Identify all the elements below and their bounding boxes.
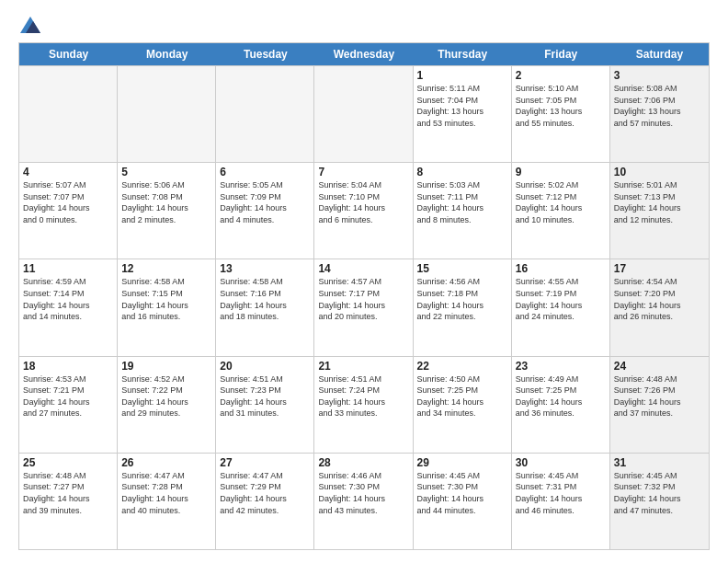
calendar-cell: 27Sunrise: 4:47 AMSunset: 7:29 PMDayligh… (216, 454, 314, 549)
cell-info: Sunrise: 4:52 AMSunset: 7:22 PMDaylight:… (121, 373, 211, 419)
cell-info: Sunrise: 4:47 AMSunset: 7:29 PMDaylight:… (220, 470, 310, 516)
calendar-cell: 31Sunrise: 4:45 AMSunset: 7:32 PMDayligh… (610, 454, 709, 549)
calendar-cell: 20Sunrise: 4:51 AMSunset: 7:23 PMDayligh… (216, 357, 314, 453)
header-day-monday: Monday (118, 43, 216, 65)
logo (18, 17, 40, 33)
cell-info: Sunrise: 4:45 AMSunset: 7:31 PMDaylight:… (516, 470, 606, 516)
calendar-cell: 29Sunrise: 4:45 AMSunset: 7:30 PMDayligh… (414, 454, 512, 549)
calendar-cell: 19Sunrise: 4:52 AMSunset: 7:22 PMDayligh… (118, 357, 216, 453)
calendar-cell: 25Sunrise: 4:48 AMSunset: 7:27 PMDayligh… (19, 454, 118, 549)
calendar-cell: 12Sunrise: 4:58 AMSunset: 7:15 PMDayligh… (118, 259, 216, 355)
cell-info: Sunrise: 4:58 AMSunset: 7:15 PMDaylight:… (121, 276, 211, 322)
cell-info: Sunrise: 4:48 AMSunset: 7:26 PMDaylight:… (614, 373, 705, 419)
calendar-cell (314, 66, 413, 162)
cell-info: Sunrise: 5:10 AMSunset: 7:05 PMDaylight:… (516, 83, 606, 129)
calendar-cell: 11Sunrise: 4:59 AMSunset: 7:14 PMDayligh… (19, 259, 118, 355)
cell-info: Sunrise: 5:06 AMSunset: 7:08 PMDaylight:… (121, 179, 211, 225)
cell-info: Sunrise: 4:48 AMSunset: 7:27 PMDaylight:… (23, 470, 113, 516)
calendar-cell (216, 66, 314, 162)
day-number: 20 (220, 360, 310, 373)
cell-info: Sunrise: 4:53 AMSunset: 7:21 PMDaylight:… (23, 373, 113, 419)
logo-icon (20, 17, 40, 33)
calendar-week-0: 1Sunrise: 5:11 AMSunset: 7:04 PMDaylight… (19, 65, 709, 162)
cell-info: Sunrise: 4:57 AMSunset: 7:17 PMDaylight:… (318, 276, 408, 322)
calendar: SundayMondayTuesdayWednesdayThursdayFrid… (18, 42, 710, 550)
cell-info: Sunrise: 4:49 AMSunset: 7:25 PMDaylight:… (516, 373, 606, 419)
day-number: 25 (23, 456, 113, 469)
header-day-thursday: Thursday (414, 43, 512, 65)
header-day-tuesday: Tuesday (216, 43, 314, 65)
cell-info: Sunrise: 4:45 AMSunset: 7:32 PMDaylight:… (614, 470, 705, 516)
cell-info: Sunrise: 5:03 AMSunset: 7:11 PMDaylight:… (417, 179, 507, 225)
calendar-week-4: 25Sunrise: 4:48 AMSunset: 7:27 PMDayligh… (19, 453, 709, 549)
day-number: 26 (121, 456, 211, 469)
calendar-cell: 22Sunrise: 4:50 AMSunset: 7:25 PMDayligh… (414, 357, 512, 453)
calendar-cell: 7Sunrise: 5:04 AMSunset: 7:10 PMDaylight… (314, 163, 413, 259)
day-number: 30 (516, 456, 606, 469)
day-number: 13 (220, 262, 310, 275)
calendar-cell: 4Sunrise: 5:07 AMSunset: 7:07 PMDaylight… (19, 163, 118, 259)
calendar-cell: 13Sunrise: 4:58 AMSunset: 7:16 PMDayligh… (216, 259, 314, 355)
header-day-saturday: Saturday (610, 43, 709, 65)
calendar-cell: 2Sunrise: 5:10 AMSunset: 7:05 PMDaylight… (512, 66, 610, 162)
cell-info: Sunrise: 5:11 AMSunset: 7:04 PMDaylight:… (417, 83, 507, 129)
calendar-cell: 1Sunrise: 5:11 AMSunset: 7:04 PMDaylight… (414, 66, 512, 162)
header-day-wednesday: Wednesday (314, 43, 413, 65)
day-number: 17 (614, 262, 705, 275)
day-number: 19 (121, 360, 211, 373)
calendar-cell: 28Sunrise: 4:46 AMSunset: 7:30 PMDayligh… (314, 454, 413, 549)
calendar-cell: 16Sunrise: 4:55 AMSunset: 7:19 PMDayligh… (512, 259, 610, 355)
calendar-cell: 10Sunrise: 5:01 AMSunset: 7:13 PMDayligh… (610, 163, 709, 259)
calendar-week-2: 11Sunrise: 4:59 AMSunset: 7:14 PMDayligh… (19, 259, 709, 355)
cell-info: Sunrise: 4:45 AMSunset: 7:30 PMDaylight:… (417, 470, 507, 516)
cell-info: Sunrise: 5:05 AMSunset: 7:09 PMDaylight:… (220, 179, 310, 225)
day-number: 11 (23, 262, 113, 275)
day-number: 24 (614, 360, 705, 373)
day-number: 18 (23, 360, 113, 373)
day-number: 6 (220, 166, 310, 178)
header (18, 17, 710, 33)
calendar-week-1: 4Sunrise: 5:07 AMSunset: 7:07 PMDaylight… (19, 162, 709, 259)
day-number: 9 (516, 166, 606, 178)
cell-info: Sunrise: 4:50 AMSunset: 7:25 PMDaylight:… (417, 373, 507, 419)
cell-info: Sunrise: 4:51 AMSunset: 7:23 PMDaylight:… (220, 373, 310, 419)
calendar-cell: 6Sunrise: 5:05 AMSunset: 7:09 PMDaylight… (216, 163, 314, 259)
day-number: 16 (516, 262, 606, 275)
cell-info: Sunrise: 4:58 AMSunset: 7:16 PMDaylight:… (220, 276, 310, 322)
cell-info: Sunrise: 4:47 AMSunset: 7:28 PMDaylight:… (121, 470, 211, 516)
calendar-cell: 21Sunrise: 4:51 AMSunset: 7:24 PMDayligh… (314, 357, 413, 453)
calendar-cell: 15Sunrise: 4:56 AMSunset: 7:18 PMDayligh… (414, 259, 512, 355)
calendar-cell: 14Sunrise: 4:57 AMSunset: 7:17 PMDayligh… (314, 259, 413, 355)
day-number: 23 (516, 360, 606, 373)
day-number: 14 (318, 262, 408, 275)
day-number: 8 (417, 166, 507, 178)
calendar-cell (19, 66, 118, 162)
cell-info: Sunrise: 5:07 AMSunset: 7:07 PMDaylight:… (23, 179, 113, 225)
cell-info: Sunrise: 4:54 AMSunset: 7:20 PMDaylight:… (614, 276, 705, 322)
calendar-week-3: 18Sunrise: 4:53 AMSunset: 7:21 PMDayligh… (19, 356, 709, 453)
day-number: 22 (417, 360, 507, 373)
calendar-cell (118, 66, 216, 162)
header-day-sunday: Sunday (19, 43, 118, 65)
cell-info: Sunrise: 5:01 AMSunset: 7:13 PMDaylight:… (614, 179, 705, 225)
cell-info: Sunrise: 5:02 AMSunset: 7:12 PMDaylight:… (516, 179, 606, 225)
day-number: 15 (417, 262, 507, 275)
calendar-cell: 24Sunrise: 4:48 AMSunset: 7:26 PMDayligh… (610, 357, 709, 453)
cell-info: Sunrise: 5:04 AMSunset: 7:10 PMDaylight:… (318, 179, 408, 225)
day-number: 10 (614, 166, 705, 178)
day-number: 3 (614, 69, 705, 82)
calendar-header: SundayMondayTuesdayWednesdayThursdayFrid… (19, 43, 709, 65)
calendar-body: 1Sunrise: 5:11 AMSunset: 7:04 PMDaylight… (19, 65, 709, 549)
day-number: 21 (318, 360, 408, 373)
cell-info: Sunrise: 4:56 AMSunset: 7:18 PMDaylight:… (417, 276, 507, 322)
day-number: 12 (121, 262, 211, 275)
calendar-cell: 30Sunrise: 4:45 AMSunset: 7:31 PMDayligh… (512, 454, 610, 549)
cell-info: Sunrise: 4:59 AMSunset: 7:14 PMDaylight:… (23, 276, 113, 322)
day-number: 29 (417, 456, 507, 469)
cell-info: Sunrise: 4:55 AMSunset: 7:19 PMDaylight:… (516, 276, 606, 322)
page: SundayMondayTuesdayWednesdayThursdayFrid… (0, 0, 728, 563)
day-number: 4 (23, 166, 113, 178)
calendar-cell: 23Sunrise: 4:49 AMSunset: 7:25 PMDayligh… (512, 357, 610, 453)
calendar-cell: 18Sunrise: 4:53 AMSunset: 7:21 PMDayligh… (19, 357, 118, 453)
cell-info: Sunrise: 5:08 AMSunset: 7:06 PMDaylight:… (614, 83, 705, 129)
